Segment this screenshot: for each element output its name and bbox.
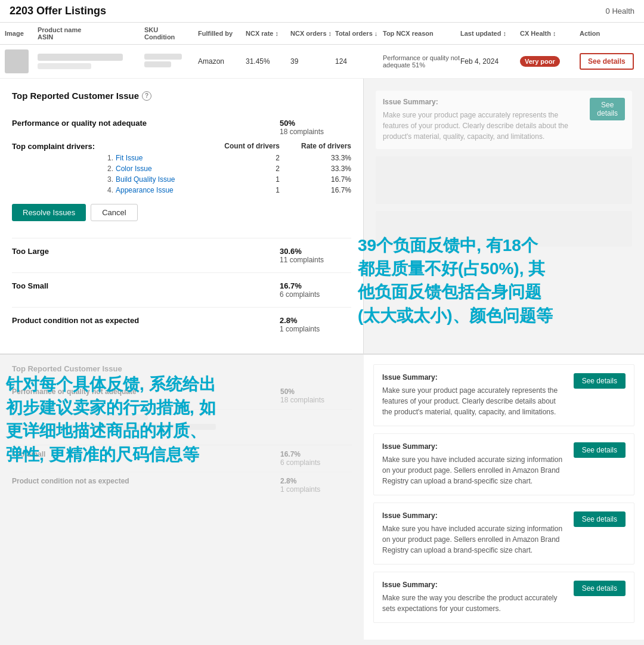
driver-3-name[interactable]: Build Quality Issue xyxy=(116,175,208,184)
product-name-cell xyxy=(38,54,144,69)
product-asin-blurred xyxy=(38,63,91,69)
issue-condition-stats: 2.8% 1 complaints xyxy=(280,316,351,333)
count-col-header: Count of drivers xyxy=(208,142,280,150)
driver-3-count: 1 xyxy=(208,175,280,184)
driver-2-rate: 33.3% xyxy=(280,165,351,173)
drivers-label: Top complaint drivers: xyxy=(12,142,107,151)
col-ncx-rate-header: NCX rate ↕ xyxy=(246,30,290,37)
issue-summary-2-desc: Make sure you have included accurate siz… xyxy=(382,454,566,486)
top-ncx-reason-cell: Performance or quality not adequate 51% xyxy=(383,54,460,69)
ghost-issue-text-1: Issue Summary: Make sure your product pa… xyxy=(383,98,583,142)
sku-blurred xyxy=(144,54,182,60)
driver-4-count: 1 xyxy=(208,186,280,194)
sku-cell xyxy=(144,54,198,69)
driver-1-num: 1. xyxy=(107,154,113,162)
issue-summary-card-4: Issue Summary: Make sure the way you des… xyxy=(373,572,634,623)
drivers-table: Count of drivers Rate of drivers 1. Fit … xyxy=(107,142,351,197)
issue-row-too-large: Too Large 30.6% 11 complaints xyxy=(12,238,351,273)
issue-summary-1-desc: Make sure your product page accurately r… xyxy=(382,385,566,417)
annotation-text-2: 针对每个具体反馈, 系统给出 初步建议卖家的行动措施, 如 更详细地描述商品的材… xyxy=(6,373,292,466)
issue-summary-1-text: Issue Summary: Make sure your product pa… xyxy=(382,373,566,417)
col-total-orders-header: Total orders ↓ xyxy=(335,30,383,37)
bottom-right-panel: Issue Summary: Make sure your product pa… xyxy=(364,355,644,640)
resolve-issues-button[interactable]: Resolve Issues xyxy=(12,204,86,221)
col-product-header: Product nameASIN xyxy=(38,26,144,41)
issue-too-small-stats: 16.7% 6 complaints xyxy=(280,281,351,299)
ghost-see-details-btn-1[interactable]: See details xyxy=(590,98,625,120)
driver-row-1: 1. Fit Issue 2 33.3% xyxy=(107,154,351,162)
col-cx-health-header: CX Health ↕ xyxy=(520,30,580,37)
fulfilled-cell: Amazon xyxy=(198,57,246,66)
driver-4-name[interactable]: Appearance Issue xyxy=(116,186,208,194)
left-panel: Top Reported Customer Issue ? Performanc… xyxy=(0,79,364,353)
driver-4-rate: 16.7% xyxy=(280,186,351,194)
issue-condition-label: Product condition not as expected xyxy=(12,316,280,325)
driver-4-num: 4. xyxy=(107,186,113,194)
product-name-blurred xyxy=(38,54,123,61)
driver-1-name[interactable]: Fit Issue xyxy=(116,154,208,162)
issue-summary-2-text: Issue Summary: Make sure you have includ… xyxy=(382,442,566,486)
col-fulfilled-header: Fulfilled by xyxy=(198,30,246,37)
driver-2-num: 2. xyxy=(107,165,113,173)
health-label: 0 Health xyxy=(606,7,634,15)
rate-col-header: Rate of drivers xyxy=(280,142,351,150)
issue-row-condition: Product condition not as expected 2.8% 1… xyxy=(12,308,351,342)
annotation-overlay-1: 39个负面反馈中, 有18个 都是质量不好(占50%), 其 他负面反馈包括合身… xyxy=(358,234,632,327)
last-updated-cell: Feb 4, 2024 xyxy=(460,57,520,66)
col-image-header: Image xyxy=(5,30,38,37)
col-ncx-orders-header: NCX orders ↕ xyxy=(290,30,335,37)
product-image-cell xyxy=(5,49,38,73)
issue-quality-stats: 50% 18 complaints xyxy=(280,119,351,136)
issue-too-large-stats: 30.6% 11 complaints xyxy=(280,247,351,264)
cancel-button[interactable]: Cancel xyxy=(91,204,137,221)
issue-row-quality: Performance or quality not adequate 50% … xyxy=(12,110,351,238)
ghost-panel-title: Top Reported Customer Issue xyxy=(12,364,352,373)
drivers-header: Top complaint drivers: Count of drivers … xyxy=(12,142,351,197)
issue-summary-2-label: Issue Summary: xyxy=(382,442,566,451)
see-details-button[interactable]: See details xyxy=(580,53,634,70)
driver-3-num: 3. xyxy=(107,175,113,184)
ghost-issue-3-stats: 2.8% 1 complaints xyxy=(280,477,352,494)
action-cell: See details xyxy=(580,53,639,70)
condition-blurred xyxy=(144,61,171,67)
issue-summary-card-1: Issue Summary: Make sure your product pa… xyxy=(373,364,634,426)
driver-1-count: 2 xyxy=(208,154,280,162)
issue-summary-card-3: Issue Summary: Make sure you have includ… xyxy=(373,503,634,565)
ghost-sizing-block xyxy=(376,156,632,204)
col-last-updated-header: Last updated ↕ xyxy=(460,30,520,37)
issue-see-details-1[interactable]: See details xyxy=(574,373,626,389)
info-icon[interactable]: ? xyxy=(142,91,151,101)
annotation-text-1: 39个负面反馈中, 有18个 都是质量不好(占50%), 其 他负面反馈包括合身… xyxy=(358,234,632,327)
very-poor-badge: Very poor xyxy=(520,56,560,67)
page-title: 2203 Offer Listings xyxy=(10,5,106,17)
bottom-left-panel: Top Reported Customer Issue Performance … xyxy=(0,355,364,640)
total-orders-cell: 124 xyxy=(335,57,383,66)
product-image xyxy=(5,49,29,73)
issue-summary-3-text: Issue Summary: Make sure you have includ… xyxy=(382,511,566,556)
drivers-buttons: Resolve Issues Cancel xyxy=(12,204,351,221)
page-wrapper: 2203 Offer Listings 0 Health Image Produ… xyxy=(0,0,644,640)
drivers-cols: Count of drivers Rate of drivers xyxy=(107,142,351,150)
col-action-header: Action xyxy=(580,30,639,37)
annotation-overlay-2: 针对每个具体反馈, 系统给出 初步建议卖家的行动措施, 如 更详细地描述商品的材… xyxy=(6,373,292,466)
issue-see-details-2[interactable]: See details xyxy=(574,442,626,458)
main-content: Top Reported Customer Issue ? Performanc… xyxy=(0,79,644,353)
col-top-ncx-header: Top NCX reason xyxy=(383,30,460,37)
issue-see-details-3[interactable]: See details xyxy=(574,511,626,527)
issue-too-small-label: Too Small xyxy=(12,281,280,290)
driver-2-count: 2 xyxy=(208,165,280,173)
driver-row-3: 3. Build Quality Issue 1 16.7% xyxy=(107,175,351,184)
issue-summary-4-label: Issue Summary: xyxy=(382,581,566,589)
driver-row-2: 2. Color Issue 2 33.3% xyxy=(107,165,351,173)
issue-quality-label: Performance or quality not adequate xyxy=(12,119,280,136)
ghost-issue-3: Product condition not as expected 2.8% 1… xyxy=(12,472,352,498)
top-bar: 2203 Offer Listings 0 Health xyxy=(0,0,644,23)
driver-3-rate: 16.7% xyxy=(280,175,351,184)
col-sku-header: SKUCondition xyxy=(144,26,198,41)
issue-see-details-4[interactable]: See details xyxy=(574,581,626,596)
driver-2-name[interactable]: Color Issue xyxy=(116,165,208,173)
panel-title: Top Reported Customer Issue ? xyxy=(12,91,351,101)
table-row: Amazon 31.45% 39 124 Performance or qual… xyxy=(0,45,644,79)
issue-summary-3-label: Issue Summary: xyxy=(382,511,566,520)
table-header: Image Product nameASIN SKUCondition Fulf… xyxy=(0,23,644,45)
